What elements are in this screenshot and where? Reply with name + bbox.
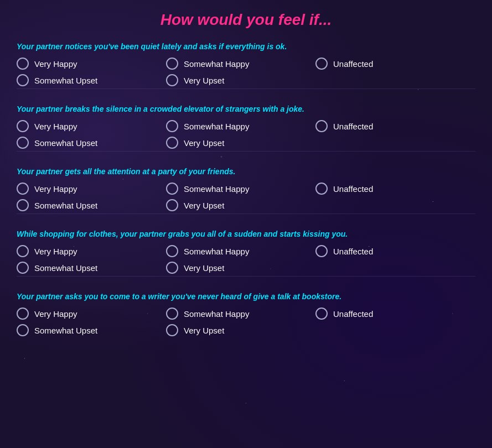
divider-0 bbox=[17, 88, 475, 89]
radio-q4_su[interactable] bbox=[17, 262, 29, 274]
option-label-q4_su: Somewhat Upset bbox=[34, 263, 97, 273]
radio-q5_su[interactable] bbox=[17, 324, 29, 336]
divider-3 bbox=[17, 276, 475, 277]
option-label-q3_vh: Very Happy bbox=[34, 184, 77, 194]
option-label-q4_vu: Very Upset bbox=[184, 263, 224, 273]
option-label-q4_vh: Very Happy bbox=[34, 247, 77, 256]
radio-q3_un[interactable] bbox=[315, 183, 328, 195]
option-label-q4_sh: Somewhat Happy bbox=[184, 247, 249, 256]
page-title: How would you feel if... bbox=[17, 11, 475, 29]
option-label-q3_un: Unaffected bbox=[333, 184, 373, 194]
question-block-q3: Your partner gets all the attention at a… bbox=[17, 167, 475, 214]
option-q2_sh[interactable]: Somewhat Happy bbox=[166, 120, 315, 132]
radio-q2_un[interactable] bbox=[315, 120, 328, 132]
options-grid-q1: Very HappySomewhat HappyUnaffectedSomewh… bbox=[17, 58, 475, 86]
option-label-q2_vh: Very Happy bbox=[34, 122, 77, 131]
radio-q2_vu[interactable] bbox=[166, 137, 178, 149]
option-label-q3_su: Somewhat Upset bbox=[34, 201, 97, 210]
options-grid-q5: Very HappySomewhat HappyUnaffectedSomewh… bbox=[17, 308, 475, 336]
option-q4_vu[interactable]: Very Upset bbox=[166, 262, 315, 274]
option-q3_su[interactable]: Somewhat Upset bbox=[17, 199, 166, 211]
radio-q1_un[interactable] bbox=[315, 58, 328, 70]
option-q2_vh[interactable]: Very Happy bbox=[17, 120, 166, 132]
radio-q1_sh[interactable] bbox=[166, 58, 178, 70]
option-q1_sh[interactable]: Somewhat Happy bbox=[166, 58, 315, 70]
option-label-q1_vu: Very Upset bbox=[184, 76, 224, 85]
option-q5_vu[interactable]: Very Upset bbox=[166, 324, 315, 336]
option-q3_un[interactable]: Unaffected bbox=[315, 183, 426, 195]
question-text-q4: While shopping for clothes, your partner… bbox=[17, 230, 475, 238]
radio-q3_vh[interactable] bbox=[17, 183, 29, 195]
option-q1_vu[interactable]: Very Upset bbox=[166, 74, 315, 86]
option-q5_vh[interactable]: Very Happy bbox=[17, 308, 166, 320]
option-q4_vh[interactable]: Very Happy bbox=[17, 245, 166, 257]
divider-2 bbox=[17, 213, 475, 214]
option-q2_un[interactable]: Unaffected bbox=[315, 120, 426, 132]
option-label-q2_sh: Somewhat Happy bbox=[184, 122, 249, 131]
question-text-q3: Your partner gets all the attention at a… bbox=[17, 167, 475, 176]
radio-q5_vu[interactable] bbox=[166, 324, 178, 336]
radio-q3_sh[interactable] bbox=[166, 183, 178, 195]
options-grid-q4: Very HappySomewhat HappyUnaffectedSomewh… bbox=[17, 245, 475, 274]
radio-q5_un[interactable] bbox=[315, 308, 328, 320]
radio-q3_su[interactable] bbox=[17, 199, 29, 211]
radio-q4_un[interactable] bbox=[315, 245, 328, 257]
options-grid-q2: Very HappySomewhat HappyUnaffectedSomewh… bbox=[17, 120, 475, 149]
radio-q4_vu[interactable] bbox=[166, 262, 178, 274]
question-text-q2: Your partner breaks the silence in a cro… bbox=[17, 105, 475, 113]
radio-q5_sh[interactable] bbox=[166, 308, 178, 320]
radio-q2_vh[interactable] bbox=[17, 120, 29, 132]
option-label-q5_un: Unaffected bbox=[333, 309, 373, 319]
option-q3_vu[interactable]: Very Upset bbox=[166, 199, 315, 211]
option-label-q2_un: Unaffected bbox=[333, 122, 373, 131]
option-q5_un[interactable]: Unaffected bbox=[315, 308, 426, 320]
radio-q4_vh[interactable] bbox=[17, 245, 29, 257]
radio-q1_vh[interactable] bbox=[17, 58, 29, 70]
option-label-q1_un: Unaffected bbox=[333, 59, 373, 69]
radio-q5_vh[interactable] bbox=[17, 308, 29, 320]
option-q4_sh[interactable]: Somewhat Happy bbox=[166, 245, 315, 257]
option-label-q5_vh: Very Happy bbox=[34, 309, 77, 319]
option-q1_un[interactable]: Unaffected bbox=[315, 58, 426, 70]
option-q4_un[interactable]: Unaffected bbox=[315, 245, 426, 257]
options-grid-q3: Very HappySomewhat HappyUnaffectedSomewh… bbox=[17, 183, 475, 211]
radio-q4_sh[interactable] bbox=[166, 245, 178, 257]
question-block-q5: Your partner asks you to come to a write… bbox=[17, 292, 475, 336]
option-q3_sh[interactable]: Somewhat Happy bbox=[166, 183, 315, 195]
option-label-q2_su: Somewhat Upset bbox=[34, 138, 97, 148]
option-label-q2_vu: Very Upset bbox=[184, 138, 224, 148]
option-label-q1_sh: Somewhat Happy bbox=[184, 59, 249, 69]
questions-container: Your partner notices you've been quiet l… bbox=[17, 42, 475, 336]
option-q2_vu[interactable]: Very Upset bbox=[166, 137, 315, 149]
question-block-q2: Your partner breaks the silence in a cro… bbox=[17, 105, 475, 152]
divider-1 bbox=[17, 151, 475, 152]
option-label-q3_sh: Somewhat Happy bbox=[184, 184, 249, 194]
radio-q1_su[interactable] bbox=[17, 74, 29, 86]
question-text-q5: Your partner asks you to come to a write… bbox=[17, 292, 475, 301]
option-label-q5_su: Somewhat Upset bbox=[34, 326, 97, 335]
option-q4_su[interactable]: Somewhat Upset bbox=[17, 262, 166, 274]
radio-q2_su[interactable] bbox=[17, 137, 29, 149]
option-label-q5_vu: Very Upset bbox=[184, 326, 224, 335]
question-text-q1: Your partner notices you've been quiet l… bbox=[17, 42, 475, 51]
question-block-q1: Your partner notices you've been quiet l… bbox=[17, 42, 475, 89]
option-q2_su[interactable]: Somewhat Upset bbox=[17, 137, 166, 149]
option-q1_vh[interactable]: Very Happy bbox=[17, 58, 166, 70]
radio-q3_vu[interactable] bbox=[166, 199, 178, 211]
radio-q2_sh[interactable] bbox=[166, 120, 178, 132]
option-label-q3_vu: Very Upset bbox=[184, 201, 224, 210]
option-q5_su[interactable]: Somewhat Upset bbox=[17, 324, 166, 336]
option-label-q5_sh: Somewhat Happy bbox=[184, 309, 249, 319]
option-label-q1_vh: Very Happy bbox=[34, 59, 77, 69]
radio-q1_vu[interactable] bbox=[166, 74, 178, 86]
option-label-q1_su: Somewhat Upset bbox=[34, 76, 97, 85]
option-q3_vh[interactable]: Very Happy bbox=[17, 183, 166, 195]
question-block-q4: While shopping for clothes, your partner… bbox=[17, 230, 475, 277]
option-q5_sh[interactable]: Somewhat Happy bbox=[166, 308, 315, 320]
option-q1_su[interactable]: Somewhat Upset bbox=[17, 74, 166, 86]
option-label-q4_un: Unaffected bbox=[333, 247, 373, 256]
